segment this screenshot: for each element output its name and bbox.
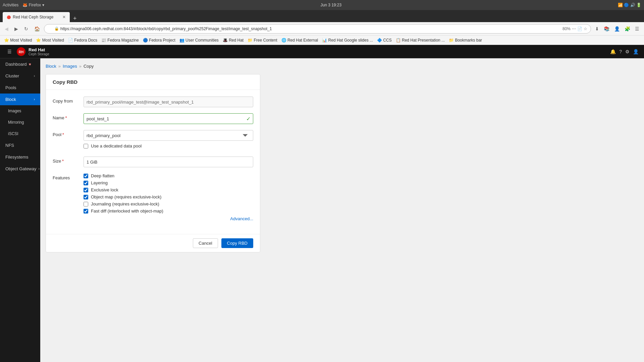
bookmark-fedora-project[interactable]: 🔵 Fedora Project (142, 38, 177, 43)
bookmarks-button[interactable]: 📚 (602, 25, 611, 33)
bookmark-fedora-docs[interactable]: 📄 Fedora Docs (67, 38, 99, 43)
reader-mode-icon[interactable]: 📄 (577, 26, 582, 31)
breadcrumb-sep-2: » (79, 64, 82, 69)
features-row: Features Deep flatten Layering Exclus (53, 173, 253, 221)
feature-exclusive-lock-label: Exclusive lock (91, 187, 118, 192)
downloads-button[interactable]: ⬇ (593, 25, 601, 33)
new-tab-button[interactable]: + (71, 15, 79, 22)
sidebar-item-iscsi[interactable]: iSCSI (0, 128, 40, 139)
advanced-link[interactable]: Advanced... (84, 216, 253, 221)
security-lock-icon: 🔒 (54, 26, 59, 31)
form-footer: Cancel Copy RBD (46, 234, 260, 252)
activities-button[interactable]: Activities (3, 3, 18, 7)
feature-deep-flatten-checkbox[interactable] (84, 174, 88, 178)
firefox-menu[interactable]: 🦊 Firefox ▾ (22, 3, 44, 7)
bookmark-red-hat-slides[interactable]: 📊 Red Hat Google slides ... (321, 38, 374, 43)
pool-select[interactable]: rbd_primary_pool (84, 130, 253, 141)
forward-button[interactable]: ▶ (12, 25, 20, 33)
browser-titlebar: Activities 🦊 Firefox ▾ Jun 3 19:23 📶 🔵 🔊… (0, 0, 644, 10)
sidebar-item-filesystems[interactable]: Filesystems (0, 151, 40, 163)
data-pool-checkbox-row: Use a dedicated data pool (84, 143, 142, 148)
feature-fast-diff: Fast diff (interlocked with object-map) (84, 208, 253, 214)
bookmark-ccs[interactable]: 🔷 CCS (376, 38, 393, 43)
bookmark-bookmarks-bar[interactable]: 📁 Bookmarks bar (447, 38, 483, 43)
notifications-icon[interactable]: 🔔 (610, 49, 616, 54)
feature-object-map: Object map (requires exclusive-lock) (84, 194, 253, 199)
pool-control: rbd_primary_pool (84, 130, 253, 141)
tab-title: Red Hat Ceph Storage (13, 15, 53, 19)
feature-deep-flatten: Deep flatten (84, 173, 253, 178)
settings-icon[interactable]: ⚙ (625, 49, 630, 54)
tab-close-button[interactable]: ✕ (62, 15, 66, 19)
sidebar-item-pools[interactable]: Pools (0, 82, 40, 94)
feature-exclusive-lock: Exclusive lock (84, 187, 253, 192)
zoom-level: 80% (562, 26, 571, 31)
features-control: Deep flatten Layering Exclusive lock (84, 173, 253, 221)
nfs-label: NFS (5, 143, 14, 148)
cluster-label: Cluster (5, 73, 19, 78)
sync-button[interactable]: 👤 (612, 25, 622, 33)
app-container: Dashboard ♥ Cluster › Pools Block › Imag… (0, 58, 644, 362)
sidebar: Dashboard ♥ Cluster › Pools Block › Imag… (0, 58, 40, 362)
bookmark-red-hat[interactable]: 🎩 Red Hat (221, 38, 245, 43)
features-label: Features (53, 173, 79, 180)
app-topbar: ☰ RH Red Hat Ceph Storage 🔔 ? ⚙ 👤 (0, 45, 644, 58)
user-icon[interactable]: 👤 (633, 49, 639, 54)
feature-fast-diff-label: Fast diff (interlocked with object-map) (91, 208, 163, 214)
titlebar-system-tray: 📶 🔵 🔊 🔋 (618, 3, 641, 7)
sidebar-item-object-gateway[interactable]: Object Gateway › (0, 163, 40, 175)
browser-tab-active[interactable]: 🔴 Red Hat Ceph Storage ✕ (3, 12, 70, 22)
app-topbar-icons: 🔔 ? ⚙ 👤 (610, 49, 639, 54)
dashboard-heart-icon: ♥ (29, 62, 31, 67)
bookmark-free-content[interactable]: 📁 Free Content (246, 38, 278, 43)
feature-layering-checkbox[interactable] (84, 181, 88, 185)
bookmark-user-communities[interactable]: 👥 User Communities (178, 38, 220, 43)
form-panel: Copy RBD Copy from Name * (46, 74, 260, 252)
breadcrumb-block[interactable]: Block (46, 64, 56, 69)
feature-fast-diff-checkbox[interactable] (84, 209, 88, 214)
feature-layering: Layering (84, 180, 253, 185)
sidebar-toggle-button[interactable]: ☰ (5, 48, 14, 56)
bookmark-red-hat-external[interactable]: 🌐 Red Hat External (280, 38, 320, 43)
size-input[interactable] (84, 157, 253, 167)
block-label: Block (5, 97, 16, 102)
menu-button[interactable]: ☰ (633, 25, 641, 33)
cancel-button[interactable]: Cancel (193, 238, 218, 248)
sidebar-item-images[interactable]: Images (0, 105, 40, 117)
help-icon[interactable]: ? (619, 49, 622, 54)
bookmark-star-icon[interactable]: ☆ (584, 26, 587, 31)
mirroring-label: Mirroring (8, 120, 24, 125)
browser-tabbar: 🔴 Red Hat Ceph Storage ✕ + (0, 10, 644, 22)
size-control (84, 157, 253, 167)
more-icon[interactable]: ⋯ (572, 26, 576, 31)
extensions-button[interactable]: 🧩 (623, 25, 632, 33)
breadcrumb-images[interactable]: Images (63, 64, 77, 69)
sidebar-item-block[interactable]: Block › (0, 94, 40, 105)
home-button[interactable]: 🏠 (32, 25, 42, 33)
app-logo: RH Red Hat Ceph Storage (16, 47, 49, 56)
object-gateway-arrow-icon: › (39, 167, 40, 171)
name-control: ✓ (84, 113, 253, 124)
feature-deep-flatten-label: Deep flatten (91, 173, 114, 178)
bookmark-most-visited-2[interactable]: ⭐ Most Visited (35, 38, 65, 43)
bookmark-fedora-magazine[interactable]: 📰 Fedora Magazine (100, 38, 140, 43)
data-pool-checkbox[interactable] (84, 144, 88, 148)
copy-from-row: Copy from (53, 97, 253, 107)
sidebar-item-dashboard[interactable]: Dashboard ♥ (0, 58, 40, 70)
back-button[interactable]: ◀ (3, 25, 10, 33)
bookmark-red-hat-presentation[interactable]: 📋 Red Hat Presentation ... (394, 38, 446, 43)
feature-journaling-checkbox[interactable] (84, 202, 88, 206)
submit-button[interactable]: Copy RBD (221, 238, 253, 248)
sidebar-item-mirroring[interactable]: Mirroring (0, 117, 40, 128)
bookmark-most-visited-1[interactable]: ⭐ Most Visited (3, 38, 33, 43)
name-input[interactable] (84, 113, 253, 124)
reload-button[interactable]: ↻ (22, 25, 30, 33)
size-required-star: * (62, 159, 64, 164)
block-arrow-icon: › (34, 98, 35, 101)
address-bar[interactable]: 🔒 https://magna006.ceph.redhat.com:8443/… (44, 24, 591, 34)
feature-object-map-checkbox[interactable] (84, 195, 88, 199)
sidebar-item-cluster[interactable]: Cluster › (0, 70, 40, 82)
feature-exclusive-lock-checkbox[interactable] (84, 188, 88, 192)
breadcrumb-copy: Copy (84, 64, 94, 69)
sidebar-item-nfs[interactable]: NFS (0, 139, 40, 151)
